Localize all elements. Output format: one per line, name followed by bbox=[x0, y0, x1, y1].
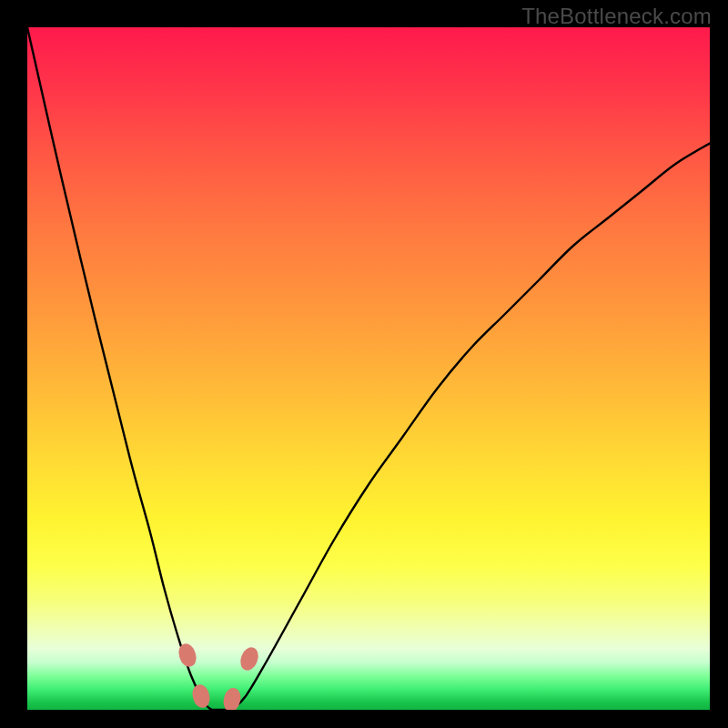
watermark-text: TheBottleneck.com bbox=[521, 4, 712, 29]
plot-area bbox=[27, 27, 710, 710]
curve-left-branch bbox=[27, 27, 212, 710]
chart-frame: TheBottleneck.com bbox=[0, 0, 728, 728]
curve-right-branch bbox=[232, 144, 710, 711]
bottleneck-curve bbox=[27, 27, 710, 710]
